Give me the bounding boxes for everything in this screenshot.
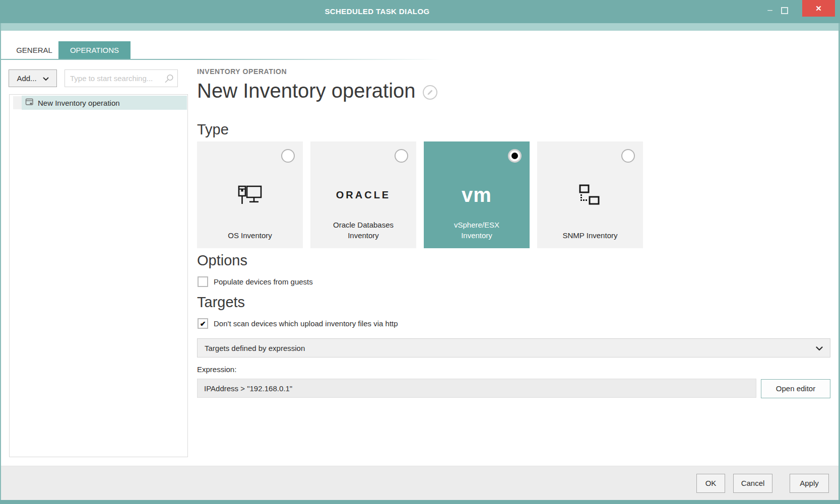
radio-dot: [511, 153, 518, 159]
list-item-label: New Inventory operation: [38, 99, 120, 107]
dont-scan-checkbox-row[interactable]: ✔ Don't scan devices which upload invent…: [198, 318, 398, 329]
options-heading: Options: [197, 252, 247, 269]
search-input[interactable]: [65, 70, 161, 87]
list-item[interactable]: New Inventory operation: [10, 96, 187, 110]
tab-operations[interactable]: OPERATIONS: [58, 41, 131, 59]
expression-input[interactable]: [197, 379, 756, 398]
card-label: OS Inventory: [197, 230, 303, 241]
cancel-button[interactable]: Cancel: [733, 474, 772, 493]
targets-select-value: Targets defined by expression: [205, 344, 305, 352]
add-button-label: Add...: [17, 74, 36, 83]
chevron-down-icon: [816, 344, 823, 352]
card-label: vSphere/ESX Inventory: [424, 220, 530, 241]
populate-devices-checkbox-row[interactable]: Populate devices from guests: [198, 276, 313, 287]
radio-snmp[interactable]: [621, 149, 635, 163]
check-icon: ✔: [200, 320, 206, 328]
edit-pencil-icon[interactable]: [423, 85, 437, 100]
page-title-row: New Inventory operation: [197, 80, 437, 102]
targets-heading: Targets: [197, 294, 245, 311]
vmware-logo: vm: [424, 182, 530, 208]
window-bottom-bar: [0, 500, 840, 504]
main-panel: INVENTORY OPERATION New Inventory operat…: [197, 0, 830, 504]
checkbox-checked[interactable]: ✔: [198, 318, 208, 329]
card-label: Oracle Databases Inventory: [310, 220, 416, 241]
section-kicker: INVENTORY OPERATION: [197, 67, 287, 76]
open-editor-button[interactable]: Open editor: [761, 379, 830, 398]
card-os-inventory[interactable]: OS Inventory: [197, 141, 303, 248]
checkbox-label: Don't scan devices which upload inventor…: [214, 319, 398, 328]
card-vsphere-esx-inventory[interactable]: vm vSphere/ESX Inventory: [424, 141, 530, 248]
card-label: SNMP Inventory: [537, 230, 643, 241]
footer-bar: OK Cancel Apply: [1, 466, 838, 500]
checkbox-label: Populate devices from guests: [214, 277, 313, 286]
list-item-selected-body: New Inventory operation: [22, 96, 187, 110]
tab-general[interactable]: GENERAL: [7, 41, 62, 59]
tree-expander: [13, 96, 22, 109]
radio-oracle-databases[interactable]: [395, 149, 408, 163]
radio-vsphere-esx[interactable]: [508, 149, 522, 163]
snmp-devices-icon: [537, 182, 643, 208]
operation-icon: [25, 98, 34, 108]
os-inventory-icon: [197, 182, 303, 208]
targets-select[interactable]: Targets defined by expression: [197, 338, 830, 357]
card-snmp-inventory[interactable]: SNMP Inventory: [537, 141, 643, 248]
search-icon: [164, 74, 174, 86]
card-oracle-databases-inventory[interactable]: ORACLE Oracle Databases Inventory: [310, 141, 416, 248]
expression-label: Expression:: [197, 365, 236, 374]
add-button[interactable]: Add...: [9, 69, 57, 87]
ok-button[interactable]: OK: [696, 474, 725, 493]
operations-list: New Inventory operation: [9, 94, 188, 457]
apply-button[interactable]: Apply: [790, 474, 829, 493]
checkbox-unchecked[interactable]: [198, 276, 208, 287]
type-heading: Type: [197, 121, 229, 138]
page-title: New Inventory operation: [197, 80, 416, 102]
oracle-logo: ORACLE: [310, 182, 416, 208]
search-box: [64, 69, 178, 87]
radio-os-inventory[interactable]: [281, 149, 295, 163]
chevron-down-icon: [43, 74, 49, 83]
